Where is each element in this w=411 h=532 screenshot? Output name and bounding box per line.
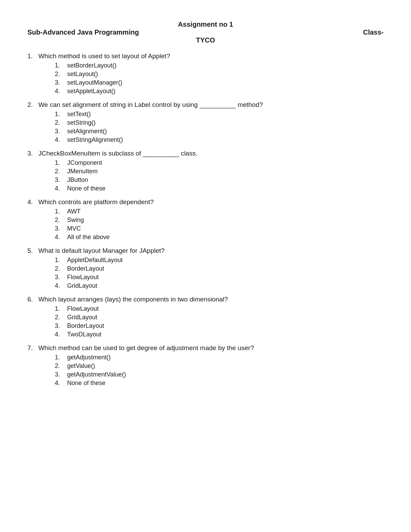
question-5-option-2: 2.BorderLayout [55,265,384,272]
option-number: 2. [55,265,67,272]
option-text: JMenuItem [67,168,98,175]
subtitle-text: Sub-Advanced Java Programming [27,28,139,36]
option-text: FlowLayout [67,305,99,312]
question-2: 2.We can set alignment of string in Labe… [27,101,384,144]
question-6-option-1: 1.FlowLayout [55,305,384,312]
option-text: None of these [67,380,105,387]
option-number: 4. [55,282,67,289]
question-4-option-3: 3.MVC [55,225,384,232]
question-6-options: 1.FlowLayout2.GridLayout3.BorderLayout4.… [55,305,384,338]
question-3-text: JCheckBoxMenuItem is subclass of _______… [38,150,384,157]
question-2-option-2: 2.setString() [55,119,384,126]
option-number: 4. [55,234,67,241]
option-text: setLayout() [67,71,98,78]
option-text: setStringAlignment() [67,136,123,144]
question-5-option-4: 4.GridLayout [55,282,384,289]
option-text: All of the above [67,234,110,241]
option-number: 3. [55,371,67,378]
question-2-options: 1.setText()2.setString()3.setAlignment()… [55,111,384,144]
question-3-options: 1.JComponent2.JMenuItem3.JButton4.None o… [55,159,384,192]
option-number: 3. [55,225,67,232]
option-number: 4. [55,331,67,338]
question-2-option-3: 3.setAlignment() [55,128,384,135]
option-number: 2. [55,314,67,321]
question-6-text: Which layout arranges (lays) the compone… [38,296,384,303]
option-text: setAppletLayout() [67,88,115,95]
question-1: 1.Which method is used to set layout of … [27,52,384,95]
question-6-option-3: 3.BorderLayout [55,322,384,330]
option-text: TwoDLayout [67,331,101,338]
option-text: getAdjustment() [67,354,111,361]
assignment-title: Assignment no 1 [27,21,384,28]
option-text: setString() [67,119,96,126]
option-number: 2. [55,216,67,224]
option-text: setLayoutManager() [67,79,122,86]
question-7-option-1: 1.getAdjustment() [55,354,384,361]
option-number: 2. [55,168,67,175]
question-7: 7.Which method can be used to get degree… [27,344,384,387]
question-1-option-2: 2.setLayout() [55,71,384,78]
question-6-number: 6. [27,296,38,303]
question-1-option-4: 4.setAppletLayout() [55,88,384,95]
question-4-option-4: 4.All of the above [55,234,384,241]
option-text: GridLayout [67,282,97,289]
question-4-option-2: 2.Swing [55,216,384,224]
tyco-label: TYCO [27,36,384,44]
option-number: 4. [55,380,67,387]
class-label: Class- [363,28,384,36]
question-4-number: 4. [27,198,38,206]
question-1-number: 1. [27,52,38,60]
option-text: AWT [67,208,80,215]
option-number: 3. [55,274,67,281]
question-5-option-3: 3.FlowLayout [55,274,384,281]
option-number: 1. [55,354,67,361]
question-3-option-4: 4.None of these [55,185,384,192]
option-text: MVC [67,225,81,232]
question-3-option-3: 3.JButton [55,176,384,184]
question-2-number: 2. [27,101,38,109]
question-3: 3.JCheckBoxMenuItem is subclass of _____… [27,150,384,192]
questions-section: 1.Which method is used to set layout of … [27,52,384,387]
option-number: 4. [55,88,67,95]
question-4-text: Which controls are platform dependent? [38,198,384,206]
option-number: 4. [55,136,67,144]
question-6: 6.Which layout arranges (lays) the compo… [27,296,384,338]
question-7-options: 1.getAdjustment()2.getValue()3.getAdjust… [55,354,384,387]
question-4-options: 1.AWT2.Swing3.MVC4.All of the above [55,208,384,241]
option-number: 1. [55,257,67,264]
question-4: 4.Which controls are platform dependent?… [27,198,384,241]
option-text: None of these [67,185,105,192]
option-number: 1. [55,62,67,69]
question-1-option-3: 3.setLayoutManager() [55,79,384,86]
question-5-text: What is default layout Manager for JAppl… [38,247,384,255]
option-number: 1. [55,208,67,215]
question-2-option-1: 1.setText() [55,111,384,118]
question-5: 5.What is default layout Manager for JAp… [27,247,384,289]
question-2-option-4: 4.setStringAlignment() [55,136,384,144]
option-number: 2. [55,362,67,370]
question-7-text: Which method can be used to get degree o… [38,344,384,352]
option-number: 3. [55,176,67,184]
option-number: 4. [55,185,67,192]
question-7-option-3: 3.getAdjustmentValue() [55,371,384,378]
question-7-option-4: 4.None of these [55,380,384,387]
question-5-option-1: 1.AppletDefaultLayout [55,257,384,264]
option-number: 1. [55,111,67,118]
option-text: FlowLayout [67,274,99,281]
option-text: JButton [67,176,88,184]
option-text: setBorderLayout() [67,62,116,69]
option-text: BorderLayout [67,322,104,330]
option-text: getAdjustmentValue() [67,371,126,378]
question-2-text: We can set alignment of string in Label … [38,101,384,109]
option-text: getValue() [67,362,95,370]
option-number: 1. [55,159,67,166]
option-text: AppletDefaultLayout [67,257,123,264]
question-6-option-2: 2.GridLayout [55,314,384,321]
question-1-text: Which method is used to set layout of Ap… [38,52,384,60]
option-text: setText() [67,111,91,118]
option-number: 2. [55,71,67,78]
option-text: GridLayout [67,314,97,321]
question-3-option-1: 1.JComponent [55,159,384,166]
question-5-number: 5. [27,247,38,255]
option-text: BorderLayout [67,265,104,272]
